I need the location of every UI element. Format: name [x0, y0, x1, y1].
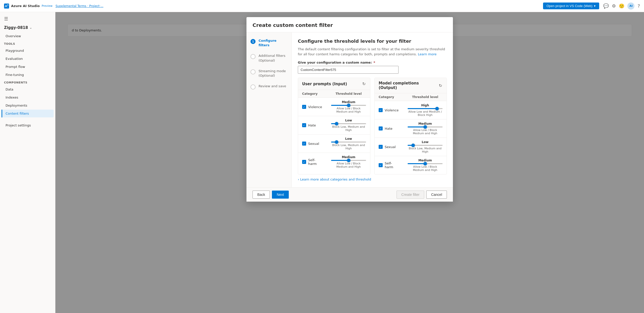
slider-container	[408, 145, 443, 146]
table-row: Self-harm Medium Allow Low / Block Mediu…	[298, 153, 370, 171]
filter-category-cell: Hate	[379, 126, 400, 130]
filter-category-cell: Hate	[302, 123, 323, 127]
svg-point-1	[7, 5, 8, 6]
help-icon[interactable]: ?	[637, 3, 640, 9]
cancel-button[interactable]: Cancel	[426, 191, 447, 199]
filter-category-cell: Sexual	[302, 142, 323, 146]
open-vscode-button[interactable]: Open project in VS Code (Web) ▾	[543, 3, 599, 9]
slider-thumb[interactable]	[335, 140, 338, 144]
required-marker: *	[374, 61, 375, 64]
project-selector[interactable]: Ziggy-0818 ⌄	[0, 23, 55, 32]
sidebar-item-playground[interactable]: Playground	[2, 47, 54, 55]
sidebar-item-data[interactable]: Data	[2, 85, 54, 93]
create-filter-modal: Create custom content filter 1 Configure…	[246, 17, 453, 202]
category-checkbox[interactable]	[379, 108, 383, 112]
back-button[interactable]: Back	[253, 191, 270, 199]
category-checkbox[interactable]	[302, 160, 306, 164]
slider-thumb[interactable]	[347, 104, 350, 107]
create-filter-button[interactable]: Create filter	[397, 191, 424, 199]
category-checkbox[interactable]	[379, 126, 383, 130]
emoji-icon[interactable]: 🙂	[619, 3, 624, 9]
step-1-circle: 1	[251, 39, 256, 44]
category-name: Self-harm	[385, 161, 400, 169]
category-checkbox[interactable]	[302, 105, 306, 109]
slider-track[interactable]	[408, 163, 443, 164]
threshold-cell: Medium Allow Low / Block Medium and High	[404, 156, 447, 174]
threshold-description: Allow Low / Block Medium and High	[408, 128, 443, 135]
output-col-category: Category	[375, 93, 404, 101]
category-checkbox[interactable]	[302, 142, 306, 146]
components-section-header: Components	[0, 79, 55, 85]
slider-container	[408, 108, 443, 109]
threshold-level-label: Medium	[331, 155, 366, 159]
category-name: Self-harm	[308, 158, 323, 166]
sidebar-item-deployments[interactable]: Deployments	[2, 102, 54, 109]
slider-track[interactable]	[408, 108, 443, 109]
slider-track[interactable]	[331, 160, 366, 161]
category-checkbox[interactable]	[379, 163, 383, 167]
table-row: Self-harm Medium Allow Low / Block Mediu…	[375, 156, 447, 174]
wizard-step-2: Additional filters (Optional)	[251, 54, 288, 63]
input-filter-section: User prompts (Input) ↻ Category Threshol…	[298, 78, 370, 174]
app-badge: Preview	[42, 4, 53, 8]
category-checkbox[interactable]	[379, 145, 383, 149]
threshold-cell: Medium Allow Low / Block Medium and High	[404, 119, 447, 138]
slider-thumb[interactable]	[423, 162, 427, 165]
user-avatar[interactable]: AI	[627, 3, 634, 10]
slider-track[interactable]	[408, 145, 443, 146]
breadcrumb-link[interactable]: Supplemental Terms · Project·...	[55, 4, 103, 8]
threshold-level-label: Low	[408, 140, 443, 144]
modal-body: 1 Configure filters Additional filters (…	[246, 32, 453, 187]
project-name: Ziggy-0818	[4, 25, 28, 30]
topbar-icons: 💬 ⚙ 🙂 AI ?	[603, 3, 640, 10]
sidebar-item-fine-tuning[interactable]: Fine-tuning	[2, 71, 54, 79]
learn-more-link[interactable]: Learn more	[418, 52, 437, 56]
sidebar-item-prompt-flow[interactable]: Prompt flow	[2, 63, 54, 71]
slider-thumb[interactable]	[423, 125, 427, 129]
settings-icon[interactable]: ⚙	[612, 3, 616, 9]
modal-footer: Back Next Create filter Cancel	[246, 187, 453, 202]
filter-category-cell: Violence	[379, 108, 400, 112]
slider-track[interactable]	[331, 105, 366, 106]
slider-track[interactable]	[331, 123, 366, 124]
threshold-description: Block Low, Medium and High	[408, 147, 443, 153]
sidebar-item-content-filters[interactable]: Content filters	[2, 110, 54, 117]
table-row: Sexual Low Block Low, Medium and High	[375, 138, 447, 156]
threshold-level-label: Medium	[331, 100, 366, 104]
sidebar-item-indexes[interactable]: Indexes	[2, 94, 54, 101]
project-chevron-icon: ⌄	[29, 26, 32, 29]
slider-thumb[interactable]	[335, 122, 338, 125]
threshold-description: Allow Low / Block Medium and High	[408, 165, 443, 172]
output-reset-button[interactable]: ↻	[438, 83, 443, 88]
slider-container	[331, 105, 366, 106]
slider-thumb[interactable]	[411, 144, 415, 147]
output-filter-table: Category Threshold level Violence High	[375, 93, 447, 174]
sidebar-item-project-settings[interactable]: Project settings	[2, 121, 54, 129]
input-section-header: User prompts (Input) ↻	[298, 78, 370, 90]
next-button[interactable]: Next	[272, 191, 289, 199]
slider-track[interactable]	[331, 142, 366, 143]
filter-name-label: Give your configuration a custom name: *	[298, 61, 447, 64]
configure-filters-title: Configure the threshold levels for your …	[298, 38, 447, 44]
output-col-threshold: Threshold level	[404, 93, 447, 101]
chat-icon[interactable]: 💬	[603, 3, 609, 9]
step-3-circle	[251, 69, 256, 74]
sidebar-item-overview[interactable]: Overview	[2, 32, 54, 40]
sidebar: ☰ Ziggy-0818 ⌄ Overview Tools Playground…	[0, 12, 55, 313]
slider-track[interactable]	[408, 126, 443, 127]
slider-thumb[interactable]	[347, 159, 350, 162]
input-section-title: User prompts (Input)	[302, 82, 347, 86]
category-checkbox[interactable]	[302, 123, 306, 127]
slider-thumb[interactable]	[435, 107, 439, 110]
input-reset-button[interactable]: ↻	[362, 81, 366, 87]
filter-name-input[interactable]	[298, 66, 399, 74]
wizard-steps: 1 Configure filters Additional filters (…	[246, 32, 292, 187]
threshold-description: Block Low, Medium and High	[331, 144, 366, 150]
wizard-step-4: Review and save	[251, 84, 288, 90]
hamburger-menu[interactable]: ☰	[0, 14, 55, 23]
topbar: Azure AI Studio Preview Supplemental Ter…	[0, 0, 644, 12]
sidebar-item-evaluation[interactable]: Evaluation	[2, 55, 54, 63]
step-3-label: Streaming mode (Optional)	[259, 69, 288, 78]
learn-more-categories-link[interactable]: › Learn more about categories and thresh…	[298, 177, 447, 181]
modal-title: Create custom content filter	[253, 22, 447, 28]
